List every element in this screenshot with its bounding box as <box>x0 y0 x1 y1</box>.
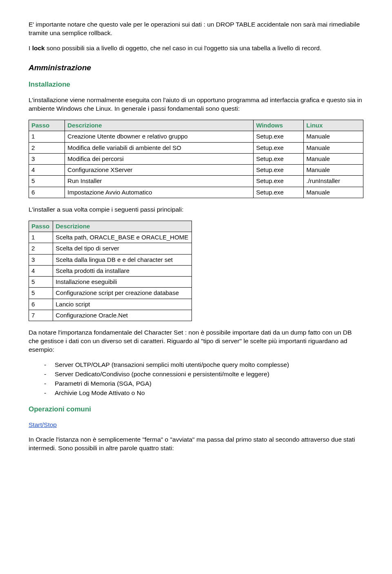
cell: 1 <box>29 131 65 142</box>
cell: Modifica delle variabili di ambiente del… <box>65 142 254 153</box>
col-linux: Linux <box>304 120 363 131</box>
cell: 3 <box>29 153 65 164</box>
text: sono possibili sia a livello di oggetto,… <box>45 45 322 51</box>
paragraph-states: In Oracle l'istanza non è semplicemente … <box>29 436 363 453</box>
cell: 3 <box>29 254 53 265</box>
table-row: 5Installazione eseguibili <box>29 277 192 288</box>
paragraph-install-intro: L'installazione viene normalmente esegui… <box>29 96 363 113</box>
cell: Manuale <box>304 142 363 153</box>
table-install-steps: Passo Descrizione Windows Linux 1Creazio… <box>29 120 363 198</box>
cell: 1 <box>29 232 53 243</box>
list-server-choices: Server OLTP/OLAP (transazioni semplici m… <box>29 361 363 398</box>
cell: 4 <box>29 265 53 276</box>
cell: Run Installer <box>65 176 254 187</box>
cell: Modifica dei percorsi <box>65 153 254 164</box>
cell: Setup.exe <box>254 153 304 164</box>
cell: Lancio script <box>53 299 192 310</box>
cell: Scelta del tipo di server <box>53 243 192 254</box>
table-installer-substeps: Passo Descrizione 1Scelta path, ORACLE_B… <box>29 221 192 321</box>
cell: Setup.exe <box>254 142 304 153</box>
table-row: 7Configurazione Oracle.Net <box>29 310 192 321</box>
cell: Setup.exe <box>254 165 304 176</box>
paragraph-charset: Da notare l'importanza fondamentale del … <box>29 328 363 354</box>
paragraph-installer-steps: L'installer a sua volta compie i seguent… <box>29 205 363 214</box>
cell: 2 <box>29 243 53 254</box>
list-item: Server Dedicato/Condiviso (poche conness… <box>44 370 363 379</box>
table-row: 3Modifica dei percorsiSetup.exeManuale <box>29 153 363 164</box>
table-row: 2Modifica delle variabili di ambiente de… <box>29 142 363 153</box>
cell: 2 <box>29 142 65 153</box>
cell: Manuale <box>304 153 363 164</box>
cell: Manuale <box>304 165 363 176</box>
col-passo: Passo <box>29 120 65 131</box>
text: I <box>29 45 32 51</box>
table-row: 4Configurazione XServerSetup.exeManuale <box>29 165 363 176</box>
cell: Configurazione Oracle.Net <box>53 310 192 321</box>
heading-installazione: Installazione <box>29 80 363 89</box>
cell: 5 <box>29 277 53 288</box>
cell: 5 <box>29 288 53 299</box>
cell: 6 <box>29 299 53 310</box>
col-descrizione: Descrizione <box>65 120 254 131</box>
table-row: 5Run InstallerSetup.exe./runInstaller <box>29 176 363 187</box>
link-start-stop[interactable]: Start/Stop <box>29 421 57 428</box>
table-row: 4Scelta prodotti da installare <box>29 265 192 276</box>
list-item: Archivie Log Mode Attivato o No <box>44 389 363 398</box>
col-descrizione: Descrizione <box>53 221 192 232</box>
cell: Setup.exe <box>254 131 304 142</box>
col-passo: Passo <box>29 221 53 232</box>
cell: Impostazione Avvio Automatico <box>65 187 254 198</box>
paragraph-drop-table: E' importante notare che questo vale per… <box>29 20 363 38</box>
cell: 6 <box>29 187 65 198</box>
cell: Scelta dalla lingua DB e e del character… <box>53 254 192 265</box>
cell: Scelta path, ORACLE_BASE e ORACLE_HOME <box>53 232 192 243</box>
cell: 4 <box>29 165 65 176</box>
table-header-row: Passo Descrizione Windows Linux <box>29 120 363 131</box>
col-windows: Windows <box>254 120 304 131</box>
table-row: 5Configurazione script per creazione dat… <box>29 288 192 299</box>
table-header-row: Passo Descrizione <box>29 221 192 232</box>
bold-lock: lock <box>32 45 45 51</box>
cell: Setup.exe <box>254 176 304 187</box>
table-row: 1Creazione Utente dbowner e relativo gru… <box>29 131 363 142</box>
cell: Manuale <box>304 131 363 142</box>
table-row: 3Scelta dalla lingua DB e e del characte… <box>29 254 192 265</box>
heading-operazioni-comuni: Operazioni comuni <box>29 405 363 414</box>
table-row: 6Impostazione Avvio AutomaticoSetup.exeM… <box>29 187 363 198</box>
cell: ./runInstaller <box>304 176 363 187</box>
cell: Configurazione script per creazione data… <box>53 288 192 299</box>
cell: 5 <box>29 176 65 187</box>
cell: Scelta prodotti da installare <box>53 265 192 276</box>
cell: Configurazione XServer <box>65 165 254 176</box>
heading-amministrazione: Amministrazione <box>29 63 363 73</box>
table-row: 1Scelta path, ORACLE_BASE e ORACLE_HOME <box>29 232 192 243</box>
list-item: Server OLTP/OLAP (transazioni semplici m… <box>44 361 363 369</box>
list-item: Parametri di Memoria (SGA, PGA) <box>44 380 363 388</box>
cell: Installazione eseguibili <box>53 277 192 288</box>
table-row: 6Lancio script <box>29 299 192 310</box>
cell: Manuale <box>304 187 363 198</box>
cell: 7 <box>29 310 53 321</box>
paragraph-lock: I lock sono possibili sia a livello di o… <box>29 44 363 53</box>
cell: Setup.exe <box>254 187 304 198</box>
cell: Creazione Utente dbowner e relativo grup… <box>65 131 254 142</box>
table-row: 2Scelta del tipo di server <box>29 243 192 254</box>
link-start-stop-wrap: Start/Stop <box>29 421 363 429</box>
